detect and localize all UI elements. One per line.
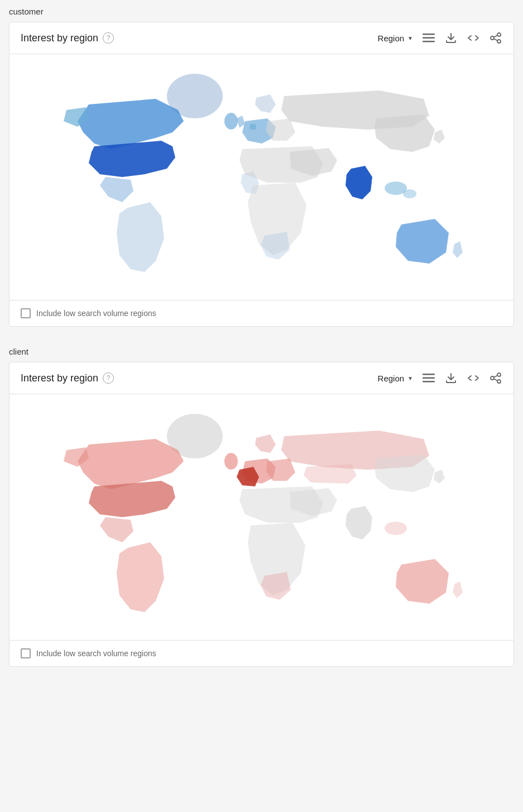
- svg-line-21: [494, 379, 497, 380]
- map-container-customer: [9, 54, 514, 300]
- svg-rect-15: [423, 378, 435, 379]
- svg-point-12: [224, 113, 238, 130]
- share-icon-customer[interactable]: [489, 31, 502, 45]
- region-label-client: Region: [378, 374, 405, 383]
- card-header-client: Interest by region ? Region ▼: [9, 362, 514, 394]
- map-svg-client: [33, 405, 491, 629]
- map-svg-customer: [33, 65, 491, 289]
- card-footer-customer: Include low search volume regions: [9, 300, 514, 326]
- region-dropdown-customer[interactable]: Region ▼: [378, 34, 413, 43]
- svg-rect-13: [249, 124, 256, 130]
- svg-line-20: [494, 375, 497, 377]
- header-controls-client: Region ▼: [378, 371, 502, 385]
- svg-point-5: [497, 40, 501, 43]
- map-container-client: [9, 394, 514, 640]
- list-icon-customer[interactable]: [422, 31, 435, 45]
- svg-line-7: [494, 39, 497, 40]
- card-client: Interest by region ? Region ▼: [9, 362, 514, 667]
- svg-line-6: [494, 35, 497, 37]
- code-icon-client[interactable]: [467, 371, 480, 385]
- download-icon-customer[interactable]: [444, 31, 458, 45]
- checkbox-label-client: Include low search volume regions: [36, 649, 156, 658]
- svg-rect-0: [423, 34, 435, 35]
- card-title-client: Interest by region: [21, 372, 98, 384]
- card-title-customer: Interest by region: [21, 32, 98, 44]
- svg-point-11: [403, 189, 416, 198]
- dropdown-arrow-customer: ▼: [407, 35, 413, 41]
- region-dropdown-client[interactable]: Region ▼: [378, 374, 413, 383]
- section-label-customer: customer: [0, 0, 523, 22]
- help-icon-client[interactable]: ?: [103, 372, 114, 384]
- svg-point-24: [224, 453, 238, 470]
- share-icon-client[interactable]: [489, 371, 502, 385]
- dropdown-arrow-client: ▼: [407, 375, 413, 381]
- header-controls-customer: Region ▼: [378, 31, 502, 45]
- card-footer-client: Include low search volume regions: [9, 640, 514, 666]
- section-label-client: client: [0, 340, 523, 362]
- card-customer: Interest by region ? Region ▼: [9, 22, 514, 327]
- checkbox-label-customer: Include low search volume regions: [36, 309, 156, 318]
- download-icon-client[interactable]: [444, 371, 458, 385]
- card-header-customer: Interest by region ? Region ▼: [9, 22, 514, 54]
- list-icon-client[interactable]: [422, 371, 435, 385]
- help-icon-customer[interactable]: ?: [103, 32, 114, 44]
- svg-rect-16: [423, 381, 435, 383]
- svg-point-25: [385, 522, 407, 535]
- svg-rect-1: [423, 37, 435, 39]
- checkbox-customer[interactable]: [21, 308, 31, 318]
- region-label-customer: Region: [378, 34, 405, 43]
- svg-point-17: [497, 373, 501, 376]
- svg-point-19: [497, 380, 501, 383]
- svg-point-18: [491, 376, 494, 380]
- svg-rect-2: [423, 41, 435, 42]
- svg-rect-14: [423, 374, 435, 375]
- svg-point-3: [497, 33, 501, 36]
- code-icon-customer[interactable]: [467, 31, 480, 45]
- checkbox-client[interactable]: [21, 648, 31, 658]
- svg-point-4: [491, 36, 494, 40]
